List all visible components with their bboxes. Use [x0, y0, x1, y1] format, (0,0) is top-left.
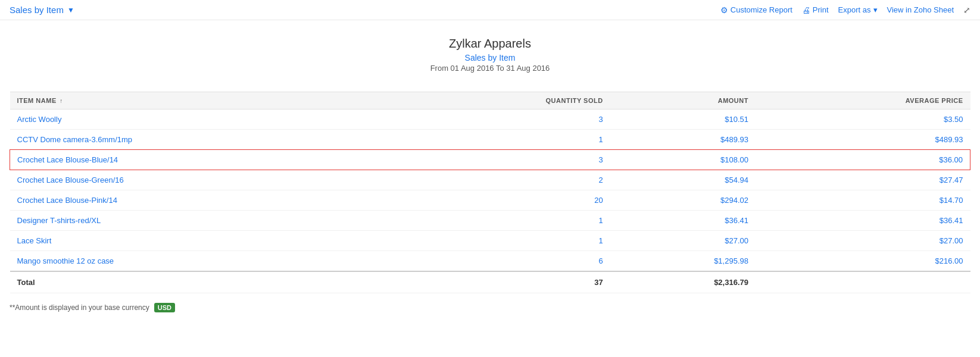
top-bar-left: Sales by Item ▼ [10, 5, 74, 15]
avg-price-value: $489.93 [935, 135, 963, 144]
expand-icon[interactable]: ⤢ [963, 5, 970, 15]
table-row: Crochet Lace Blouse-Pink/1420$294.02$14.… [10, 190, 970, 211]
quantity-value: 1 [598, 216, 603, 225]
quantity-value: 3 [598, 155, 603, 164]
table-row: Lace Skirt1$27.00$27.00 [10, 231, 970, 251]
amount-value: $294.02 [720, 196, 748, 205]
quantity-value: 1 [598, 135, 603, 144]
table-row: Designer T-shirts-red/XL1$36.41$36.41 [10, 211, 970, 231]
print-link[interactable]: 🖨 Print [802, 5, 829, 15]
item-link[interactable]: Crochet Lace Blouse-Green/16 [17, 176, 124, 184]
gear-icon: ⚙ [720, 5, 728, 15]
amount-value: $489.93 [720, 135, 748, 144]
amount-value: $36.41 [725, 216, 748, 225]
col-amount[interactable]: AMOUNT [610, 92, 756, 109]
currency-badge: USD [154, 303, 175, 312]
item-link[interactable]: CCTV Dome camera-3.6mm/1mp [17, 135, 133, 144]
avg-price-value: $14.70 [940, 196, 963, 205]
col-quantity-sold[interactable]: QUANTITY SOLD [397, 92, 610, 109]
customize-report-link[interactable]: ⚙ Customize Report [720, 5, 792, 15]
chevron-down-icon[interactable]: ▼ [67, 6, 74, 14]
col-average-price[interactable]: AVERAGE PRICE [756, 92, 970, 109]
avg-price-value: $3.50 [944, 115, 963, 124]
amount-value: $10.51 [725, 115, 748, 124]
date-range: From 01 Aug 2016 To 31 Aug 2016 [0, 64, 980, 73]
avg-price-value: $27.00 [940, 236, 963, 245]
top-bar-right: ⚙ Customize Report 🖨 Print Export as ▾ V… [720, 5, 970, 15]
item-link[interactable]: Crochet Lace Blouse-Pink/14 [17, 196, 117, 205]
quantity-value: 6 [598, 256, 603, 265]
avg-price-value: $36.41 [940, 216, 963, 225]
item-link[interactable]: Arctic Woolly [17, 115, 62, 124]
export-link[interactable]: Export as ▾ [838, 5, 878, 14]
view-zoho-link[interactable]: View in Zoho Sheet [887, 5, 954, 14]
quantity-value: 3 [598, 115, 603, 124]
export-arrow-icon: ▾ [873, 5, 878, 14]
report-header: Zylkar Apparels Sales by Item From 01 Au… [0, 20, 980, 82]
table-row: Crochet Lace Blouse-Blue/143$108.00$36.0… [10, 150, 970, 170]
footer: **Amount is displayed in your base curre… [0, 293, 980, 324]
top-bar: Sales by Item ▼ ⚙ Customize Report 🖨 Pri… [0, 0, 980, 20]
total-row: Total37$2,316.79 [10, 271, 970, 293]
total-amount: $2,316.79 [610, 271, 756, 293]
amount-value: $54.94 [725, 176, 748, 184]
quantity-value: 2 [598, 176, 603, 184]
print-icon: 🖨 [802, 5, 810, 15]
col-item-name[interactable]: ITEM NAME ↑ [10, 92, 397, 109]
quantity-value: 20 [594, 196, 603, 205]
sort-arrow-icon: ↑ [60, 98, 63, 104]
total-label: Total [10, 271, 397, 293]
item-link[interactable]: Designer T-shirts-red/XL [17, 216, 101, 225]
sales-table: ITEM NAME ↑ QUANTITY SOLD AMOUNT AVERAGE… [10, 92, 970, 293]
avg-price-value: $27.47 [940, 176, 963, 184]
amount-value: $108.00 [720, 155, 748, 164]
amount-value: $1,295.98 [714, 256, 748, 265]
report-name: Sales by Item [0, 53, 980, 62]
item-link[interactable]: Mango smoothie 12 oz case [17, 256, 114, 265]
total-avg-blank [756, 271, 970, 293]
avg-price-value: $216.00 [935, 256, 963, 265]
company-name: Zylkar Apparels [0, 37, 980, 51]
total-quantity: 37 [397, 271, 610, 293]
amount-value: $27.00 [725, 236, 748, 245]
table-container: ITEM NAME ↑ QUANTITY SOLD AMOUNT AVERAGE… [0, 92, 980, 293]
table-row: Mango smoothie 12 oz case6$1,295.98$216.… [10, 251, 970, 272]
table-header-row: ITEM NAME ↑ QUANTITY SOLD AMOUNT AVERAGE… [10, 92, 970, 109]
footer-note: **Amount is displayed in your base curre… [10, 303, 149, 312]
table-row: CCTV Dome camera-3.6mm/1mp1$489.93$489.9… [10, 130, 970, 150]
table-row: Arctic Woolly3$10.51$3.50 [10, 109, 970, 130]
quantity-value: 1 [598, 236, 603, 245]
item-link[interactable]: Crochet Lace Blouse-Blue/14 [17, 155, 118, 164]
report-title-link[interactable]: Sales by Item [10, 5, 64, 15]
item-link[interactable]: Lace Skirt [17, 236, 52, 245]
avg-price-value: $36.00 [939, 155, 963, 164]
table-row: Crochet Lace Blouse-Green/162$54.94$27.4… [10, 170, 970, 190]
